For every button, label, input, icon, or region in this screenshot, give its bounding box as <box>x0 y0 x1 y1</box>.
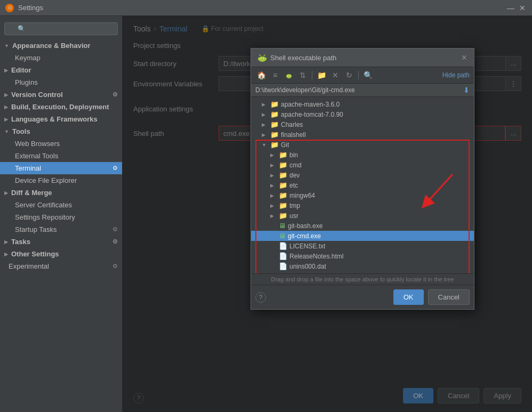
toolbar-sort-button[interactable]: ⇅ <box>297 69 309 81</box>
tree-item-cmd[interactable]: ▶ 📁 cmd <box>251 160 474 170</box>
folder-icon: 📁 <box>270 131 279 139</box>
sidebar-item-diff-merge[interactable]: Diff & Merge <box>0 187 122 199</box>
sidebar-item-tasks[interactable]: Tasks ⚙ <box>0 236 122 248</box>
sidebar-item-label: Experimental <box>9 262 49 270</box>
close-button[interactable]: ✕ <box>518 4 527 12</box>
right-panel: Tools › Terminal 🔒 For current project P… <box>123 16 532 412</box>
tree-item-label: apache-tomcat-7.0.90 <box>281 111 343 118</box>
svg-rect-9 <box>287 75 292 77</box>
tree-item-label: finalshell <box>281 131 306 139</box>
sidebar-item-label: External Tools <box>15 152 58 160</box>
tree-item-git-bash-exe[interactable]: ▶ 🖥 git-bash.exe <box>251 221 474 231</box>
tree-arrow: ▶ <box>270 152 277 158</box>
sidebar-item-web-browsers[interactable]: Web Browsers <box>0 138 122 150</box>
dialog-cancel-button[interactable]: Cancel <box>428 289 470 305</box>
sidebar-item-build[interactable]: Build, Execution, Deployment <box>0 101 122 113</box>
tree-item-apache-tomcat[interactable]: ▶ 📁 apache-tomcat-7.0.90 <box>251 109 474 119</box>
dialog-help-button[interactable]: ? <box>255 292 266 303</box>
sidebar-item-keymap[interactable]: Keymap <box>0 52 122 64</box>
dialog-path-input[interactable] <box>255 86 460 94</box>
tree-item-usr[interactable]: ▶ 📁 usr <box>251 211 474 221</box>
tree-item-charles[interactable]: ▶ 📁 Charles <box>251 119 474 130</box>
tree-arrow: ▶ <box>262 112 268 117</box>
sidebar-item-tools[interactable]: Tools <box>0 125 122 138</box>
sidebar-item-languages[interactable]: Languages & Frameworks <box>0 113 122 125</box>
tree-item-git[interactable]: ▼ 📁 Git <box>251 140 474 150</box>
sidebar-item-label: Build, Execution, Deployment <box>11 103 109 111</box>
dialog-ok-button[interactable]: OK <box>393 289 424 305</box>
hide-path-button[interactable]: Hide path <box>442 71 470 79</box>
tree-item-mingw64[interactable]: ▶ 📁 mingw64 <box>251 190 474 200</box>
sidebar-item-plugins[interactable]: Plugins <box>0 76 122 88</box>
tree-item-finalshell[interactable]: ▶ 📁 finalshell <box>251 130 474 140</box>
toolbar-new-folder-button[interactable]: 📁 <box>316 69 327 81</box>
file-icon: 📄 <box>279 262 287 270</box>
tree-item-etc[interactable]: ▶ 📁 etc <box>251 180 474 190</box>
tree-item-label: tmp <box>289 202 300 209</box>
download-icon[interactable]: ⬇ <box>463 86 470 94</box>
file-icon: 📄 <box>279 242 287 250</box>
toolbar-home-button[interactable]: 🏠 <box>255 69 267 81</box>
sidebar-item-terminal[interactable]: Terminal ⚙ <box>0 162 122 174</box>
dialog-toolbar: 🏠 ≡ ⇅ 📁 ✕ <box>251 67 474 84</box>
minimize-button[interactable]: — <box>506 4 515 12</box>
tree-item-releasenotes-html[interactable]: ▶ 📄 ReleaseNotes.html <box>251 251 474 261</box>
sidebar-item-label: Other Settings <box>11 250 59 258</box>
dialog-close-button[interactable]: ✕ <box>461 53 467 62</box>
dialog-title: Shell executable path <box>270 54 336 62</box>
dialog-title-left: Shell executable path <box>257 53 336 62</box>
tree-item-git-cmd-exe[interactable]: ▶ 🖥 git-cmd.exe <box>251 231 474 241</box>
sidebar-item-appearance-behavior[interactable]: Appearance & Behavior <box>0 39 122 52</box>
sidebar-item-version-control[interactable]: Version Control ⚙ <box>0 88 122 101</box>
dialog-action-buttons: OK Cancel <box>393 289 470 305</box>
sidebar: Appearance & Behavior Keymap Editor Plug… <box>0 16 123 412</box>
sidebar-item-device-file-explorer[interactable]: Device File Explorer <box>0 174 122 187</box>
tree-item-label: git-bash.exe <box>288 222 323 230</box>
toolbar-delete-button[interactable]: ✕ <box>329 69 341 81</box>
tree-item-apache-maven[interactable]: ▶ 📁 apache-maven-3.6.0 <box>251 99 474 109</box>
tree-arrow: ▶ <box>270 213 277 219</box>
tree-item-label: dev <box>289 172 300 179</box>
sidebar-item-label: Server Certificates <box>15 201 72 209</box>
tree-item-label: cmd <box>289 161 302 169</box>
folder-icon: 📁 <box>270 100 279 108</box>
tree-arrow: ▶ <box>270 203 277 208</box>
sidebar-item-editor[interactable]: Editor <box>0 64 122 76</box>
sidebar-item-label: Terminal <box>15 164 41 172</box>
expand-arrow <box>4 252 8 257</box>
folder-icon: 📁 <box>279 161 287 169</box>
expand-arrow <box>4 190 8 196</box>
tree-item-tmp[interactable]: ▶ 📁 tmp <box>251 200 474 211</box>
sidebar-item-label: Diff & Merge <box>11 189 52 197</box>
sidebar-item-label: Editor <box>11 66 31 74</box>
tree-item-bin[interactable]: ▶ 📁 bin <box>251 150 474 160</box>
dialog-drag-hint: Drag and drop a file into the space abov… <box>251 273 474 285</box>
sidebar-item-label: Plugins <box>15 78 38 86</box>
tree-item-unins000-dat[interactable]: ▶ 📄 unins000.dat <box>251 261 474 271</box>
tree-arrow: ▶ <box>262 122 268 127</box>
tree-item-license-txt[interactable]: ▶ 📄 LICENSE.txt <box>251 241 474 251</box>
toolbar-search-button[interactable]: 🔍 <box>362 69 374 81</box>
folder-icon: 📁 <box>279 171 287 179</box>
tree-item-label: git-cmd.exe <box>288 232 321 240</box>
sidebar-item-settings-repository[interactable]: Settings Repository <box>0 211 122 223</box>
toolbar-android-button[interactable] <box>283 69 295 81</box>
sidebar-item-experimental[interactable]: Experimental ⚙ <box>0 260 122 272</box>
tree-container: ▶ 📁 apache-maven-3.6.0 ▶ 📁 apache-tomcat… <box>251 97 474 273</box>
sidebar-item-server-certificates[interactable]: Server Certificates <box>0 199 122 211</box>
folder-icon: 📁 <box>270 120 279 128</box>
search-input[interactable] <box>4 22 118 35</box>
sidebar-item-external-tools[interactable]: External Tools <box>0 150 122 162</box>
sidebar-item-startup-tasks[interactable]: Startup Tasks ⚙ <box>0 223 122 236</box>
svg-point-10 <box>287 75 288 76</box>
toolbar-refresh-button[interactable]: ↻ <box>343 69 355 81</box>
tree-item-dev[interactable]: ▶ 📁 dev <box>251 170 474 180</box>
toolbar-separator2 <box>358 71 359 79</box>
tree-item-label: mingw64 <box>289 192 315 199</box>
sidebar-item-other-settings[interactable]: Other Settings <box>0 248 122 260</box>
toolbar-list-button[interactable]: ≡ <box>269 69 281 81</box>
sidebar-item-label: Device File Explorer <box>15 176 77 184</box>
sidebar-item-label: Appearance & Behavior <box>12 42 91 50</box>
dialog-file-tree: ▶ 📁 apache-maven-3.6.0 ▶ 📁 apache-tomcat… <box>251 97 474 273</box>
expand-arrow <box>4 129 9 134</box>
